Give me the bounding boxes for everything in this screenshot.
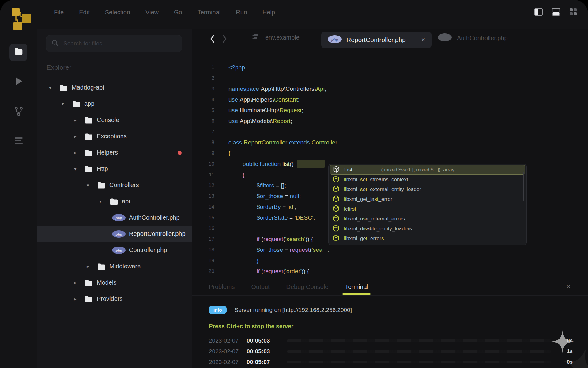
redacted-log-text [287, 361, 551, 363]
menu-item-terminal[interactable]: Terminal [198, 9, 221, 16]
line-number: 20 [192, 268, 228, 274]
tab-env-example[interactable]: env.example [252, 33, 300, 42]
php-badge-icon: php [112, 246, 129, 254]
svg-text:php: php [115, 216, 122, 220]
tab-reportcontroller[interactable]: php ReportController.php ✕ [321, 32, 432, 48]
autocomplete-item[interactable]: libxml_get_errors [329, 234, 526, 243]
cube-icon [333, 176, 339, 184]
autocomplete-item[interactable]: libxml_use_internal_errors [329, 214, 526, 224]
chevron-down-icon[interactable]: ▾ [87, 182, 97, 188]
chevron-right-icon[interactable]: ▸ [74, 296, 85, 302]
folder-icon [85, 279, 97, 286]
popup-scrollbar[interactable] [523, 172, 524, 201]
code-line: 1<?php [192, 62, 588, 73]
chevron-down-icon[interactable]: ▾ [74, 166, 85, 172]
menu-item-selection[interactable]: Selection [105, 9, 130, 16]
folder-icon [85, 295, 97, 303]
tree-item-reportcontroller-php[interactable]: phpReportController.php [37, 226, 192, 242]
log-duration: 0s [559, 357, 573, 367]
chevron-right-icon[interactable]: ▸ [74, 150, 85, 155]
autocomplete-popup: List( mixed $var1 [, mixed $.. ]): array… [328, 164, 527, 245]
tree-item-providers[interactable]: ▸Providers [37, 291, 192, 307]
panel-tab-output[interactable]: Output [251, 283, 270, 290]
code-line: 19} [192, 255, 588, 266]
search-input[interactable] [63, 40, 176, 47]
panel-tab-terminal[interactable]: Terminal [345, 283, 368, 290]
tree-item-middleware[interactable]: ▸Middleware [37, 258, 192, 274]
autocomplete-item[interactable]: libxml_disable_entity_loaders [329, 224, 526, 234]
tree-item-controllers[interactable]: ▾Controllers [37, 177, 192, 193]
tree-item-app[interactable]: ▾app [37, 96, 192, 112]
split-editor-icon[interactable] [534, 8, 543, 16]
tree-item-helpers[interactable]: ▸Helpers [37, 144, 192, 161]
nav-forward-icon[interactable] [222, 34, 228, 45]
autocomplete-label: lcfirst [344, 206, 356, 212]
tree-item-label: app [84, 100, 94, 107]
sidebar-item-list[interactable] [0, 137, 37, 146]
chevron-right-icon[interactable]: ▸ [74, 134, 85, 139]
menu-item-file[interactable]: File [54, 9, 64, 16]
line-number: 4 [192, 97, 228, 103]
panel-tab-debug-console[interactable]: Debug Console [286, 283, 329, 290]
menu-item-help[interactable]: Help [262, 9, 275, 16]
sidebar-item-source-control[interactable] [0, 106, 37, 118]
svg-text:php: php [331, 37, 338, 42]
close-icon[interactable]: ✕ [421, 37, 425, 43]
autocomplete-item[interactable]: lcfirst [329, 204, 526, 214]
autocomplete-item[interactable]: libxml_get_last_error [329, 194, 526, 204]
log-row: 2023-02-0700:05:03 [209, 346, 551, 357]
tab-label: env.example [265, 34, 300, 41]
folder-icon [72, 100, 84, 108]
sidebar-item-files[interactable] [9, 44, 27, 61]
file-search[interactable] [46, 35, 182, 52]
folder-icon [110, 198, 122, 205]
autocomplete-label: libxml_get_errors [344, 236, 384, 242]
log-date: 2023-02-07 [209, 348, 239, 355]
tree-item-api[interactable]: ▾api [37, 193, 192, 209]
code-line: 20if (request('order')) { [192, 266, 588, 277]
toggle-panel-icon[interactable] [552, 8, 560, 16]
terminal-info-row: Info Server running on [http://192.168.2… [209, 306, 352, 314]
tree-item-maddog-api[interactable]: ▾Maddog-api [37, 79, 192, 96]
layout-grid-icon[interactable] [569, 8, 577, 16]
chevron-down-icon[interactable]: ▾ [99, 199, 110, 204]
autocomplete-label: libxml_get_last_error [344, 196, 392, 202]
nav-back-icon[interactable] [209, 34, 215, 45]
tree-item-controller-php[interactable]: phpController.php [37, 242, 192, 258]
tree-item-exceptions[interactable]: ▸Exceptions [37, 128, 192, 144]
autocomplete-label: List [344, 167, 352, 173]
line-number: 12 [192, 182, 228, 189]
menu-item-edit[interactable]: Edit [79, 9, 89, 16]
panel-separator [192, 295, 588, 296]
autocomplete-item[interactable]: List( mixed $var1 [, mixed $.. ]): array [330, 165, 525, 175]
cube-icon [333, 235, 339, 243]
tab-authcontroller[interactable]: AuthController.php [437, 33, 508, 43]
line-number: 2 [192, 75, 228, 81]
tree-item-authcontroller-php[interactable]: phpAuthController.php [37, 209, 192, 226]
line-number: 17 [192, 236, 228, 242]
autocomplete-item[interactable]: libxml_set_streams_context [329, 175, 526, 185]
chevron-right-icon[interactable]: ▸ [87, 264, 97, 269]
folder-icon [97, 182, 109, 189]
panel-tab-problems[interactable]: Problems [209, 283, 235, 290]
menu-item-go[interactable]: Go [174, 9, 182, 16]
chevron-right-icon[interactable]: ▸ [74, 117, 85, 123]
tree-item-models[interactable]: ▸Models [37, 274, 192, 291]
explorer-title: Explorer [47, 64, 71, 71]
tree-item-label: Helpers [97, 149, 118, 156]
autocomplete-item[interactable]: libxml_set_external_entity_loader [329, 185, 526, 194]
chevron-right-icon[interactable]: ▸ [74, 280, 85, 286]
tree-item-console[interactable]: ▸Console [37, 112, 192, 128]
folder-icon [85, 165, 97, 173]
chevron-down-icon[interactable]: ▾ [49, 85, 59, 90]
tree-item-http[interactable]: ▾Http [37, 161, 192, 177]
line-number: 1 [192, 64, 228, 71]
menu-item-run[interactable]: Run [236, 9, 247, 16]
sidebar-item-run[interactable] [0, 77, 37, 87]
chevron-down-icon[interactable]: ▾ [62, 101, 72, 107]
log-duration: 0s [559, 335, 573, 346]
tree-item-label: Controllers [109, 182, 139, 189]
line-number: 7 [192, 129, 228, 135]
close-icon[interactable]: ✕ [566, 283, 571, 290]
menu-item-view[interactable]: View [145, 9, 159, 16]
